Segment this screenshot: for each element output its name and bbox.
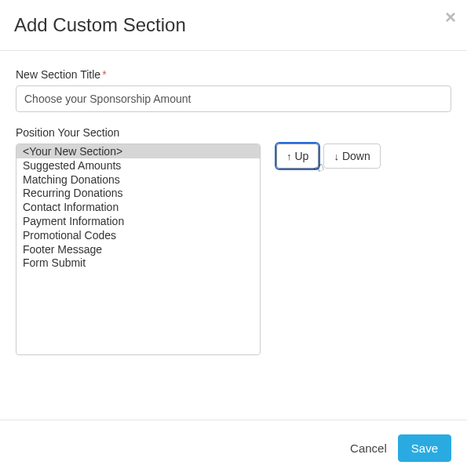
- section-title-input[interactable]: [16, 85, 451, 112]
- cancel-button[interactable]: Cancel: [350, 441, 387, 455]
- position-label: Position Your Section: [16, 126, 451, 139]
- section-order-listbox[interactable]: <Your New Section>Suggested AmountsMatch…: [16, 144, 261, 355]
- list-item[interactable]: Suggested Amounts: [16, 158, 260, 173]
- reorder-button-group: ↑ Up ↓ Down ☜: [276, 144, 381, 169]
- modal-header: Add Custom Section ×: [0, 0, 467, 51]
- position-row: <Your New Section>Suggested AmountsMatch…: [16, 144, 451, 355]
- list-item[interactable]: Contact Information: [16, 200, 260, 214]
- list-item[interactable]: Recurring Donations: [16, 186, 260, 200]
- move-up-label: Up: [295, 150, 309, 162]
- required-mark: *: [102, 68, 106, 81]
- list-item[interactable]: Form Submit: [16, 256, 260, 270]
- close-icon[interactable]: ×: [445, 8, 456, 27]
- modal-title: Add Custom Section: [14, 14, 451, 36]
- list-item[interactable]: Promotional Codes: [16, 228, 260, 242]
- list-item[interactable]: Matching Donations: [16, 173, 260, 187]
- move-up-button[interactable]: ↑ Up: [276, 144, 319, 169]
- move-down-button[interactable]: ↓ Down: [323, 144, 380, 169]
- arrow-up-icon: ↑: [286, 151, 292, 162]
- modal-body: New Section Title* Position Your Section…: [0, 51, 467, 420]
- section-title-label-text: New Section Title: [16, 68, 100, 81]
- modal-footer: Cancel Save: [0, 420, 467, 476]
- save-button[interactable]: Save: [398, 434, 451, 462]
- list-item[interactable]: Footer Message: [16, 242, 260, 256]
- add-custom-section-modal: Add Custom Section × New Section Title* …: [0, 0, 467, 476]
- list-item[interactable]: Payment Information: [16, 214, 260, 228]
- move-down-label: Down: [342, 150, 370, 162]
- list-item[interactable]: <Your New Section>: [16, 144, 260, 158]
- arrow-down-icon: ↓: [334, 151, 339, 162]
- section-title-label: New Section Title*: [16, 68, 451, 81]
